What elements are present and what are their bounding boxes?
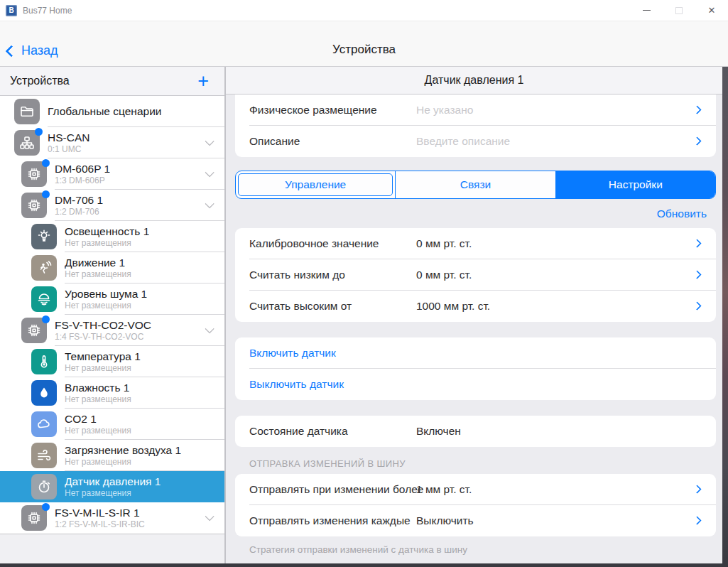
app-window: B Bus77 Home ✕ Назад Устройства Устройст… xyxy=(0,0,728,567)
row-value: Выключить xyxy=(416,514,474,527)
tab-2[interactable]: Связи xyxy=(395,171,555,198)
device-name: Температура 1 xyxy=(65,350,141,363)
close-icon: ✕ xyxy=(708,6,716,15)
sidebar-item[interactable]: Влажность 1Нет размещения xyxy=(0,377,224,409)
row-label: Отправлять при изменении более xyxy=(249,483,423,496)
thermometer-icon xyxy=(31,349,57,374)
settings-card: Калибровочное значение0 мм рт. ст.Считат… xyxy=(235,228,716,322)
row-label: Отправлять изменения каждые xyxy=(249,514,411,527)
wind-icon xyxy=(31,443,57,468)
sidebar-header: Устройства + xyxy=(0,67,224,96)
info-row[interactable]: Физическое размещениеНе указано xyxy=(235,94,716,126)
chevron-down-icon[interactable] xyxy=(205,199,214,209)
sidebar-item[interactable]: Загрязнение воздуха 1Нет размещения xyxy=(0,440,224,471)
sidebar-item[interactable]: Движение 1Нет размещения xyxy=(0,252,224,284)
device-name: FS-V-TH-CO2-VOC xyxy=(55,319,151,332)
row-value: 0 мм рт. ст. xyxy=(416,269,472,281)
sidebar-item[interactable]: Уровень шума 1Нет размещения xyxy=(0,284,224,315)
folder-icon xyxy=(14,99,40,124)
row-value: 1000 мм рт. ст. xyxy=(416,300,490,313)
maximize-button[interactable] xyxy=(663,0,695,21)
chevron-down-icon[interactable] xyxy=(205,512,214,522)
device-name: Уровень шума 1 xyxy=(65,288,147,301)
sidebar-item[interactable]: Глобальные сценарии xyxy=(0,96,224,127)
chevron-down-icon[interactable] xyxy=(205,168,214,178)
noise-icon xyxy=(31,286,57,312)
info-row[interactable]: ОписаниеВведите описание xyxy=(235,126,716,157)
window-controls: ✕ xyxy=(630,0,728,21)
add-device-button[interactable]: + xyxy=(197,74,209,88)
sidebar-item-text: Влажность 1Нет размещения xyxy=(65,382,131,405)
window-bottom-edge xyxy=(0,563,722,567)
sidebar-title: Устройства xyxy=(10,75,70,87)
setting-row[interactable]: Считать низким до0 мм рт. ст. xyxy=(235,259,716,291)
device-subtitle: 1:4 FS-V-TH-CO2-VOC xyxy=(55,333,151,342)
device-name: DM-706 1 xyxy=(55,194,103,207)
device-subtitle: 1:3 DM-606P xyxy=(55,176,110,186)
row-label: Считать низким до xyxy=(249,269,345,281)
unread-dot-badge xyxy=(35,128,43,136)
unread-dot-badge xyxy=(42,190,50,198)
detail-title: Датчик давления 1 xyxy=(226,67,722,94)
action-row[interactable]: Выключить датчик xyxy=(235,369,716,400)
app-logo-icon: B xyxy=(6,5,17,16)
device-name: Движение 1 xyxy=(65,256,131,269)
action-row[interactable]: Включить датчик xyxy=(235,338,716,369)
chevron-right-icon xyxy=(692,239,702,248)
bus-row[interactable]: Отправлять при изменении более1 мм рт. с… xyxy=(235,474,716,505)
setting-row[interactable]: Калибровочное значение0 мм рт. ст. xyxy=(235,228,716,259)
sidebar-item[interactable]: FS-V-TH-CO2-VOC1:4 FS-V-TH-CO2-VOC xyxy=(0,315,224,346)
tab-1[interactable]: Управление xyxy=(236,171,395,198)
row-value: 1 мм рт. ст. xyxy=(416,483,472,496)
network-icon xyxy=(14,130,40,156)
sidebar-item[interactable]: Освещенность 1Нет размещения xyxy=(0,221,224,252)
sidebar-item-text: CO2 1Нет размещения xyxy=(65,413,131,436)
minimize-icon xyxy=(643,10,651,11)
sidebar-item[interactable]: HS-CAN0:1 UMC xyxy=(0,127,224,158)
cloud-icon xyxy=(31,411,57,437)
content-area: Устройства + Глобальные сценарииHS-CAN0:… xyxy=(0,67,722,563)
sidebar-item[interactable]: DM-606P 11:3 DM-606P xyxy=(0,158,224,190)
setting-row[interactable]: Считать высоким от1000 мм рт. ст. xyxy=(235,291,716,322)
device-name: Глобальные сценарии xyxy=(48,105,161,118)
sidebar-item-text: Датчик давления 1Нет размещения xyxy=(65,475,161,499)
bus-row[interactable]: Отправлять изменения каждыеВыключить xyxy=(235,505,716,536)
action-link[interactable]: Включить датчик xyxy=(249,347,336,360)
sidebar-item-text: Температура 1Нет размещения xyxy=(65,350,141,374)
device-subtitle: Нет размещения xyxy=(65,489,161,499)
chip-icon xyxy=(21,193,47,218)
info-card: Физическое размещениеНе указаноОписаниеВ… xyxy=(235,94,716,157)
minimize-button[interactable] xyxy=(630,0,663,21)
chevron-down-icon[interactable] xyxy=(205,136,214,146)
detail-scroll[interactable]: Физическое размещениеНе указаноОписаниеВ… xyxy=(226,94,722,563)
unread-dot-badge xyxy=(42,159,50,167)
footer-note: Стратегия отправки изменений с датчика в… xyxy=(249,544,716,555)
chip-icon xyxy=(21,161,47,187)
device-subtitle: 1:2 FS-V-M-IL-S-IR-BIC xyxy=(55,520,145,530)
sidebar-item-text: DM-706 11:2 DM-706 xyxy=(55,194,103,217)
device-name: Датчик давления 1 xyxy=(65,475,161,488)
sidebar-item[interactable]: Температура 1Нет размещения xyxy=(0,346,224,377)
row-value: 0 мм рт. ст. xyxy=(416,237,472,250)
row-label: Считать высоким от xyxy=(249,300,352,313)
device-name: FS-V-M-IL-S-IR 1 xyxy=(55,507,145,519)
close-button[interactable]: ✕ xyxy=(695,0,728,21)
sidebar-item[interactable]: DM-706 11:2 DM-706 xyxy=(0,190,224,221)
device-list: Глобальные сценарииHS-CAN0:1 UMCDM-606P … xyxy=(0,96,224,534)
refresh-button[interactable]: Обновить xyxy=(657,207,707,220)
sidebar-item[interactable]: CO2 1Нет размещения xyxy=(0,409,224,440)
tab-bar: УправлениеСвязиНастройки xyxy=(235,171,716,199)
sidebar-item-text: HS-CAN0:1 UMC xyxy=(48,131,89,155)
device-subtitle: Нет размещения xyxy=(65,239,149,249)
tab-3[interactable]: Настройки xyxy=(555,171,715,198)
action-link[interactable]: Выключить датчик xyxy=(249,378,344,391)
device-subtitle: Нет размещения xyxy=(65,458,181,468)
sidebar-item[interactable]: Датчик давления 1Нет размещения xyxy=(0,471,224,502)
sidebar-item-text: Глобальные сценарии xyxy=(48,105,161,118)
sidebar-item[interactable]: FS-V-M-IL-S-IR 11:2 FS-V-M-IL-S-IR-BIC xyxy=(0,502,224,534)
chevron-down-icon[interactable] xyxy=(205,324,214,334)
row-label: Физическое размещение xyxy=(249,104,377,117)
gauge-icon xyxy=(31,474,57,500)
state-card: Состояние датчикаВключен xyxy=(235,416,716,447)
drop-icon xyxy=(31,380,57,406)
